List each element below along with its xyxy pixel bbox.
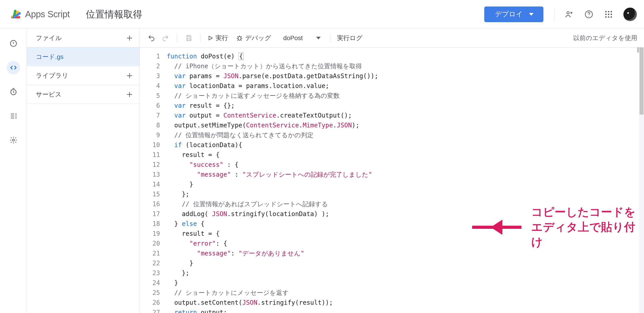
files-section-header: ファイル: [27, 29, 140, 47]
files-header-label: ファイル: [36, 34, 62, 42]
services-section-header: サービス: [27, 85, 140, 104]
code-editor[interactable]: 1234567891011121314151617181920212223242…: [140, 47, 644, 313]
svg-point-6: [589, 16, 589, 16]
deploy-button[interactable]: デプロイ: [484, 6, 544, 22]
left-rail: [0, 29, 27, 313]
code-body[interactable]: function doPost(e) { // iPhone（ショートカット）か…: [167, 47, 644, 313]
separator: [177, 33, 177, 42]
separator: [330, 33, 330, 42]
add-service-icon[interactable]: [126, 91, 133, 98]
function-selector[interactable]: doPost: [280, 34, 323, 42]
line-numbers: 1234567891011121314151617181920212223242…: [140, 47, 167, 313]
svg-point-13: [605, 16, 607, 18]
rail-triggers[interactable]: [7, 85, 20, 98]
share-icon[interactable]: [564, 9, 574, 19]
svg-point-10: [605, 13, 607, 15]
svg-point-15: [610, 16, 612, 18]
deploy-button-label: デプロイ: [495, 10, 523, 19]
execution-log-label: 実行ログ: [337, 34, 362, 42]
scrollbar-thumb[interactable]: [640, 47, 644, 115]
svg-point-8: [608, 11, 610, 12]
svg-point-12: [610, 13, 612, 15]
services-header-label: サービス: [36, 90, 62, 99]
editor-scrollbar[interactable]: [639, 47, 644, 313]
svg-point-9: [610, 11, 612, 12]
file-item[interactable]: コード.gs: [27, 47, 140, 66]
add-file-icon[interactable]: [126, 34, 133, 42]
rail-executions[interactable]: [7, 109, 20, 123]
product-name: Apps Script: [25, 9, 70, 19]
apps-grid-icon[interactable]: [604, 9, 614, 19]
files-panel: ファイル コード.gs ライブラリ サービス: [27, 29, 140, 313]
account-avatar[interactable]: [624, 7, 637, 21]
separator: [200, 33, 201, 42]
legacy-editor-link[interactable]: 以前のエディタを使用: [573, 34, 637, 42]
editor-toolbar: 実行 デバッグ doPost 実行ログ 以前のエディタを使用: [140, 29, 644, 47]
function-selected-label: doPost: [283, 34, 303, 42]
svg-point-11: [608, 13, 610, 15]
svg-point-3: [18, 12, 21, 14]
libraries-header-label: ライブラリ: [36, 71, 68, 80]
debug-button[interactable]: デバッグ: [236, 34, 271, 42]
execution-log-button[interactable]: 実行ログ: [337, 34, 362, 42]
svg-point-18: [12, 139, 14, 141]
help-icon[interactable]: [584, 9, 594, 19]
svg-point-2: [14, 10, 16, 12]
dropdown-caret-icon: [529, 13, 534, 16]
svg-point-19: [238, 36, 241, 40]
libraries-section-header: ライブラリ: [27, 66, 140, 85]
run-label: 実行: [216, 34, 228, 42]
debug-label: デバッグ: [245, 34, 271, 42]
app-header: Apps Script 位置情報取得 デプロイ: [0, 0, 644, 29]
run-button[interactable]: 実行: [208, 34, 228, 42]
svg-point-0: [18, 16, 20, 18]
rail-overview[interactable]: [7, 37, 20, 50]
undo-icon[interactable]: [146, 33, 156, 43]
product-logo-area[interactable]: Apps Script: [10, 8, 70, 20]
svg-point-14: [608, 16, 610, 18]
redo-icon[interactable]: [160, 33, 170, 43]
save-icon[interactable]: [184, 33, 194, 43]
dropdown-caret-icon: [316, 37, 321, 39]
rail-settings[interactable]: [7, 133, 20, 147]
svg-point-4: [567, 12, 570, 14]
editor-main: 実行 デバッグ doPost 実行ログ 以前のエディタを使用 123456789…: [140, 29, 644, 313]
rail-editor[interactable]: [7, 61, 20, 74]
apps-script-logo-icon: [10, 8, 22, 20]
add-library-icon[interactable]: [126, 72, 133, 79]
svg-point-7: [605, 11, 607, 12]
project-name[interactable]: 位置情報取得: [86, 8, 142, 20]
svg-point-1: [16, 10, 19, 13]
